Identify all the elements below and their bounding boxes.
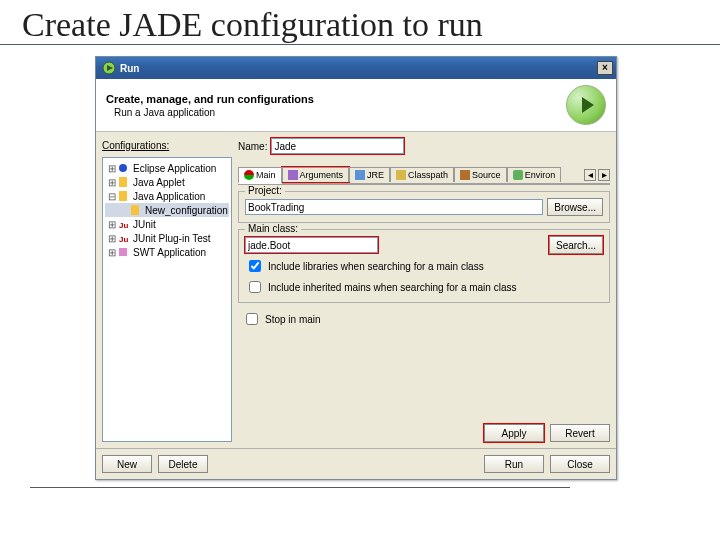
include-inherited-checkbox[interactable] bbox=[249, 281, 261, 293]
tree-node-label: Java Application bbox=[133, 191, 205, 202]
cp-tab-icon bbox=[396, 170, 406, 180]
apply-button[interactable]: Apply bbox=[484, 424, 544, 442]
tree-node-junit-plug-in-test[interactable]: ⊞JuJUnit Plug-in Test bbox=[105, 231, 229, 245]
name-label: Name: bbox=[238, 141, 267, 152]
run-icon bbox=[102, 61, 116, 75]
run-dialog: Run × Create, manage, and run configurat… bbox=[95, 56, 617, 480]
tab-label: Arguments bbox=[300, 170, 344, 180]
new-button[interactable]: New bbox=[102, 455, 152, 473]
tab-label: JRE bbox=[367, 170, 384, 180]
j-icon bbox=[119, 191, 131, 201]
tree-node-swt-application[interactable]: ⊞SWT Application bbox=[105, 245, 229, 259]
browse-button[interactable]: Browse... bbox=[547, 198, 603, 216]
project-group: Project: Browse... bbox=[238, 191, 610, 223]
slide-rule bbox=[30, 487, 570, 488]
env-tab-icon bbox=[513, 170, 523, 180]
tree-node-eclipse-application[interactable]: ⊞Eclipse Application bbox=[105, 161, 229, 175]
twisty-icon[interactable]: ⊞ bbox=[107, 247, 117, 258]
dialog-title: Run bbox=[120, 63, 139, 74]
tab-scroll: ◂▸ bbox=[584, 169, 610, 181]
project-group-title: Project: bbox=[245, 185, 285, 196]
project-input[interactable] bbox=[245, 199, 543, 215]
mainclass-group-title: Main class: bbox=[245, 223, 301, 234]
stop-in-main-checkbox[interactable] bbox=[246, 313, 258, 325]
header-heading: Create, manage, and run configurations bbox=[106, 93, 314, 105]
tree-node-junit[interactable]: ⊞JuJUnit bbox=[105, 217, 229, 231]
args-tab-icon bbox=[288, 170, 298, 180]
src-tab-icon bbox=[460, 170, 470, 180]
close-dialog-button[interactable]: Close bbox=[550, 455, 610, 473]
swt-icon bbox=[119, 247, 131, 257]
tab-jre[interactable]: JRE bbox=[349, 167, 390, 182]
tree-node-label: JUnit bbox=[133, 219, 156, 230]
ju-icon: Ju bbox=[119, 219, 131, 229]
tab-label: Source bbox=[472, 170, 501, 180]
name-input[interactable] bbox=[271, 138, 404, 154]
configurations-label: Configurations: bbox=[102, 140, 232, 151]
dialog-header: Create, manage, and run configurations R… bbox=[96, 79, 616, 132]
tab-environ[interactable]: Environ bbox=[507, 167, 562, 182]
titlebar: Run × bbox=[96, 57, 616, 79]
tree-node-label: JUnit Plug-in Test bbox=[133, 233, 211, 244]
jre-tab-icon bbox=[355, 170, 365, 180]
tree-node-label: New_configuration bbox=[145, 205, 228, 216]
header-sub: Run a Java application bbox=[114, 107, 314, 118]
twisty-icon[interactable]: ⊞ bbox=[107, 163, 117, 174]
twisty-icon[interactable]: ⊞ bbox=[107, 177, 117, 188]
tab-label: Environ bbox=[525, 170, 556, 180]
configurations-pane: Configurations: ⊞Eclipse Application⊞Jav… bbox=[102, 138, 232, 442]
revert-button[interactable]: Revert bbox=[550, 424, 610, 442]
j-icon bbox=[131, 205, 143, 215]
stop-in-main-label: Stop in main bbox=[265, 314, 321, 325]
main-tab-icon bbox=[244, 170, 254, 180]
mainclass-group: Main class: Search... Include libraries … bbox=[238, 229, 610, 303]
delete-button[interactable]: Delete bbox=[158, 455, 208, 473]
tree-node-label: SWT Application bbox=[133, 247, 206, 258]
include-libs-label: Include libraries when searching for a m… bbox=[268, 261, 484, 272]
twisty-icon[interactable]: ⊟ bbox=[107, 191, 117, 202]
tab-source[interactable]: Source bbox=[454, 167, 507, 182]
mainclass-input[interactable] bbox=[245, 237, 378, 253]
include-inherited-label: Include inherited mains when searching f… bbox=[268, 282, 516, 293]
tab-bar: MainArgumentsJREClasspathSourceEnviron◂▸ bbox=[238, 166, 610, 185]
tab-classpath[interactable]: Classpath bbox=[390, 167, 454, 182]
tab-label: Classpath bbox=[408, 170, 448, 180]
configurations-tree[interactable]: ⊞Eclipse Application⊞Java Applet⊟Java Ap… bbox=[102, 157, 232, 442]
tree-node-label: Java Applet bbox=[133, 177, 185, 188]
tree-node-new_configuration[interactable]: New_configuration bbox=[105, 203, 229, 217]
search-button[interactable]: Search... bbox=[549, 236, 603, 254]
tab-main[interactable]: Main bbox=[238, 167, 282, 184]
tab-label: Main bbox=[256, 170, 276, 180]
include-libs-checkbox[interactable] bbox=[249, 260, 261, 272]
ju-icon: Ju bbox=[119, 233, 131, 243]
run-button[interactable]: Run bbox=[484, 455, 544, 473]
tree-node-label: Eclipse Application bbox=[133, 163, 216, 174]
config-details: Name: MainArgumentsJREClasspathSourceEnv… bbox=[238, 138, 610, 442]
twisty-icon[interactable]: ⊞ bbox=[107, 219, 117, 230]
tab-scroll-right-icon[interactable]: ▸ bbox=[598, 169, 610, 181]
slide-title: Create JADE configuration to run bbox=[0, 0, 720, 45]
dialog-footer: New Delete Run Close bbox=[96, 448, 616, 479]
play-icon bbox=[566, 85, 606, 125]
tab-arguments[interactable]: Arguments bbox=[282, 167, 350, 182]
tree-node-java-application[interactable]: ⊟Java Application bbox=[105, 189, 229, 203]
close-button[interactable]: × bbox=[597, 61, 613, 75]
j-icon bbox=[119, 177, 131, 187]
tree-node-java-applet[interactable]: ⊞Java Applet bbox=[105, 175, 229, 189]
twisty-icon[interactable]: ⊞ bbox=[107, 233, 117, 244]
eclipse-icon bbox=[119, 163, 131, 173]
tab-scroll-left-icon[interactable]: ◂ bbox=[584, 169, 596, 181]
